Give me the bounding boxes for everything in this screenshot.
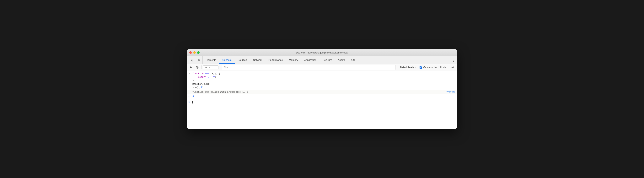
entry-indicator-result: < (188, 95, 192, 98)
console-entry-code: 2 function sum (x,y) { return x + y; } m… (187, 72, 457, 90)
code-content: function sum (x,y) { return x + y; } mon… (192, 72, 456, 89)
console-entry-output: function sum called with arguments: 1, 2… (187, 90, 457, 94)
traffic-lights (189, 51, 200, 54)
window-title: DevTools - developers.google.com/web/sho… (296, 51, 348, 54)
device-icon (197, 59, 200, 62)
svg-line-4 (196, 66, 198, 68)
nav-bar: Elements Console Sources Network Perform… (187, 56, 457, 64)
svg-point-5 (452, 67, 454, 68)
execute-icon (190, 66, 192, 69)
context-label: top (205, 66, 208, 69)
svg-rect-0 (197, 59, 198, 61)
console-output: 2 function sum (x,y) { return x + y; } m… (187, 71, 457, 129)
block-button[interactable] (195, 65, 200, 70)
settings-icon (452, 66, 454, 69)
svg-rect-1 (199, 60, 200, 61)
tab-application[interactable]: Application (301, 56, 320, 64)
group-similar-control: Group similar (420, 66, 437, 69)
title-bar: DevTools - developers.google.com/web/sho… (187, 49, 457, 56)
svg-marker-2 (190, 66, 192, 68)
filter-input[interactable] (222, 65, 396, 70)
tab-elements[interactable]: Elements (203, 56, 219, 64)
minimize-button[interactable] (193, 51, 196, 54)
entry-source-link[interactable]: VM580:2 (444, 90, 456, 94)
levels-arrow: ▼ (415, 66, 417, 68)
console-toolbar: top ▼ Default levels ▼ Group similar 1 h… (187, 64, 457, 71)
levels-label: Default levels (400, 66, 414, 69)
tab-performance[interactable]: Performance (265, 56, 286, 64)
input-prompt: > (188, 100, 190, 104)
block-icon (196, 66, 198, 69)
close-button[interactable] (189, 51, 192, 54)
execute-button[interactable] (188, 65, 194, 70)
console-entry-result: < 3 (187, 94, 457, 99)
tab-audits[interactable]: Audits (335, 56, 348, 64)
entry-indicator-code: 2 (188, 72, 192, 76)
tab-memory[interactable]: Memory (286, 56, 301, 64)
console-input-line: > (187, 99, 457, 105)
nav-tabs: Elements Console Sources Network Perform… (203, 56, 451, 64)
tab-network[interactable]: Network (250, 56, 266, 64)
levels-select[interactable]: Default levels ▼ (399, 66, 418, 69)
console-settings-button[interactable] (450, 65, 456, 70)
tab-axe[interactable]: aXe (348, 56, 358, 64)
devtools-window: DevTools - developers.google.com/web/sho… (187, 49, 457, 129)
toolbar-divider-1 (201, 65, 202, 69)
entry-indicator-output (188, 90, 192, 91)
toolbar-divider-3 (397, 65, 397, 69)
more-tabs-button[interactable]: ⋮ (451, 56, 456, 64)
input-cursor (192, 101, 193, 103)
group-similar-label: Group similar (424, 66, 437, 69)
context-select[interactable]: top ▼ (203, 65, 218, 69)
context-arrow: ▼ (209, 66, 211, 68)
tab-security[interactable]: Security (320, 56, 335, 64)
toolbar-divider-2 (220, 65, 220, 69)
output-text: function sum called with arguments: 1, 2 (192, 90, 444, 94)
maximize-button[interactable] (197, 51, 200, 54)
nav-icons (188, 56, 203, 64)
hidden-count: 1 hidden (438, 66, 447, 69)
cursor-icon (190, 59, 194, 62)
device-toolbar-button[interactable] (196, 57, 201, 63)
inspect-element-button[interactable] (189, 57, 195, 63)
result-value: 3 (192, 95, 456, 98)
tab-sources[interactable]: Sources (235, 56, 250, 64)
group-similar-checkbox[interactable] (420, 66, 422, 69)
tab-console[interactable]: Console (219, 56, 235, 64)
